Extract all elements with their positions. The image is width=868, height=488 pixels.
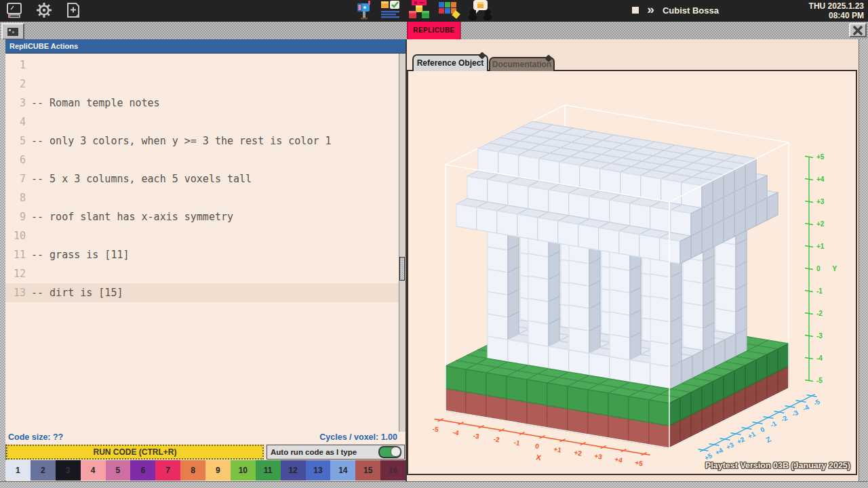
auto-run-panel: Auto run code as I type — [267, 445, 405, 460]
line-number: 5 — [5, 131, 31, 150]
palette-swatch-11[interactable]: 11 — [256, 460, 281, 481]
axis-label: 0 — [759, 426, 766, 434]
palette-swatch-16[interactable]: 16 — [380, 460, 406, 481]
palette-swatch-1[interactable]: 1 — [5, 460, 31, 481]
palette-swatch-6[interactable]: 6 — [130, 460, 155, 481]
replicube-logo-icon[interactable] — [407, 0, 431, 20]
axis-label: +2 — [816, 220, 825, 228]
code-line[interactable]: 7-- 5 x 3 columns, each 5 voxels tall — [5, 169, 399, 188]
editor-status-row: Code size: ?? Cycles / voxel: 1.00 — [5, 432, 406, 444]
palette-swatch-3[interactable]: 3 — [56, 460, 81, 481]
code-text: -- grass is [11] — [31, 245, 130, 264]
run-code-button[interactable]: RUN CODE (CTRL+R) — [6, 445, 264, 460]
axis-label: -5 — [812, 398, 821, 407]
axis-label: +4 — [714, 446, 725, 456]
voxel-model — [446, 121, 789, 448]
axis-label: +4 — [816, 176, 825, 183]
next-track-icon[interactable]: » — [647, 8, 654, 13]
code-line[interactable]: 10 — [5, 226, 399, 245]
code-line[interactable]: 9-- roof slant has x-axis symmetry — [5, 207, 399, 226]
stop-icon[interactable] — [632, 7, 639, 14]
voxel-viewport[interactable]: -5-4-3-2-10+1+2+3+4+5X-5-4-3-2-10+1+2+3+… — [407, 70, 857, 475]
code-line[interactable]: 3-- Roman temple notes — [5, 94, 399, 113]
mailbox-icon[interactable] — [355, 0, 374, 20]
axis-label: +5 — [816, 153, 825, 161]
axis-label: -4 — [452, 428, 460, 436]
window-menu-icon[interactable] — [1, 23, 24, 40]
bottom-scroll-strip[interactable] — [0, 481, 868, 488]
palette-swatch-5[interactable]: 5 — [106, 460, 131, 481]
tasks-icon[interactable] — [380, 1, 401, 20]
code-text: -- only 3 colors, when y >= 3 the rest i… — [31, 131, 332, 150]
settings-gear-icon[interactable] — [35, 1, 53, 19]
axis-label: -3 — [791, 409, 800, 418]
code-text: -- 5 x 3 columns, each 5 voxels tall — [31, 169, 252, 188]
axis-label: +4 — [614, 455, 624, 464]
palette-swatch-4[interactable]: 4 — [81, 460, 106, 481]
palette-swatch-15[interactable]: 15 — [355, 460, 380, 481]
line-number: 2 — [5, 75, 31, 94]
code-line[interactable]: 2 — [5, 75, 399, 94]
line-number: 7 — [5, 169, 31, 188]
axis-label: Y — [832, 264, 837, 272]
axis-label: +1 — [816, 243, 825, 250]
music-player: » Cubist Bossa — [632, 0, 719, 20]
editor-scrollbar[interactable] — [399, 54, 406, 432]
community-icon[interactable] — [467, 0, 494, 20]
right-scroll-strip[interactable] — [859, 39, 868, 488]
palette-swatch-2[interactable]: 2 — [31, 460, 56, 481]
tab-reference-object[interactable]: Reference Object — [412, 54, 488, 71]
palette-swatch-7[interactable]: 7 — [155, 460, 180, 481]
axis-label: +1 — [553, 445, 563, 454]
tab-documentation[interactable]: Documentation — [489, 57, 555, 71]
toggle-knob[interactable] — [391, 447, 401, 457]
palette-swatch-10[interactable]: 10 — [231, 460, 256, 481]
code-editor[interactable]: 123-- Roman temple notes45-- only 3 colo… — [5, 54, 399, 432]
axis-label: -5 — [432, 425, 439, 433]
code-text: -- Roman temple notes — [31, 94, 160, 113]
code-line[interactable]: 5-- only 3 colors, when y >= 3 the rest … — [5, 131, 399, 150]
axis-label: +3 — [725, 441, 736, 451]
axis-label: -3 — [473, 432, 480, 440]
auto-run-toggle[interactable] — [378, 446, 401, 458]
axis-label: 0 — [816, 265, 821, 272]
close-icon[interactable] — [849, 23, 867, 37]
code-line[interactable]: 4 — [5, 113, 399, 131]
code-line[interactable]: 1 — [5, 56, 399, 75]
window-tab[interactable]: REPLICUBE — [407, 22, 460, 39]
window-title-bar[interactable]: REPLICUBE — [0, 22, 868, 40]
axis-label: -1 — [816, 287, 823, 295]
axis-label: -5 — [816, 377, 823, 384]
palette-swatch-9[interactable]: 9 — [205, 460, 231, 481]
axis-label: -4 — [816, 354, 823, 362]
line-number: 4 — [5, 113, 31, 131]
code-line[interactable]: 13-- dirt is [15] — [5, 283, 399, 302]
palette-swatch-14[interactable]: 14 — [330, 460, 355, 481]
code-line[interactable]: 11-- grass is [11] — [5, 245, 399, 264]
axis-label: -4 — [802, 403, 810, 413]
code-line[interactable]: 6 — [5, 150, 399, 169]
computer-icon[interactable] — [5, 1, 23, 19]
new-file-icon[interactable] — [65, 1, 81, 19]
line-number: 12 — [5, 264, 31, 283]
axis-label: +3 — [594, 452, 604, 461]
line-number: 1 — [5, 56, 31, 75]
scrollbar-thumb[interactable] — [399, 257, 405, 281]
puzzles-icon[interactable] — [437, 0, 460, 20]
axis-label: +3 — [816, 198, 825, 205]
system-bar-apps — [355, 0, 494, 20]
palette-swatch-12[interactable]: 12 — [281, 460, 306, 481]
axis-label: 0 — [535, 442, 540, 450]
palette-swatch-8[interactable]: 8 — [180, 460, 205, 481]
system-bar: » Cubist Bossa THU 2025.1.23 08:40 PM — [0, 0, 868, 23]
cycles-per-voxel-label: Cycles / voxel: 1.00 — [319, 432, 397, 442]
code-line[interactable]: 8 — [5, 188, 399, 207]
voxel-scene[interactable]: -5-4-3-2-10+1+2+3+4+5X-5-4-3-2-10+1+2+3+… — [408, 71, 856, 474]
axis-label: -1 — [513, 439, 521, 447]
date-label: THU 2025.1.23 — [809, 1, 864, 11]
axis-label: +2 — [736, 435, 747, 445]
code-line[interactable]: 12 — [5, 264, 399, 283]
axis-label: -2 — [816, 310, 823, 317]
line-number: 13 — [5, 283, 31, 302]
palette-swatch-13[interactable]: 13 — [306, 460, 331, 481]
